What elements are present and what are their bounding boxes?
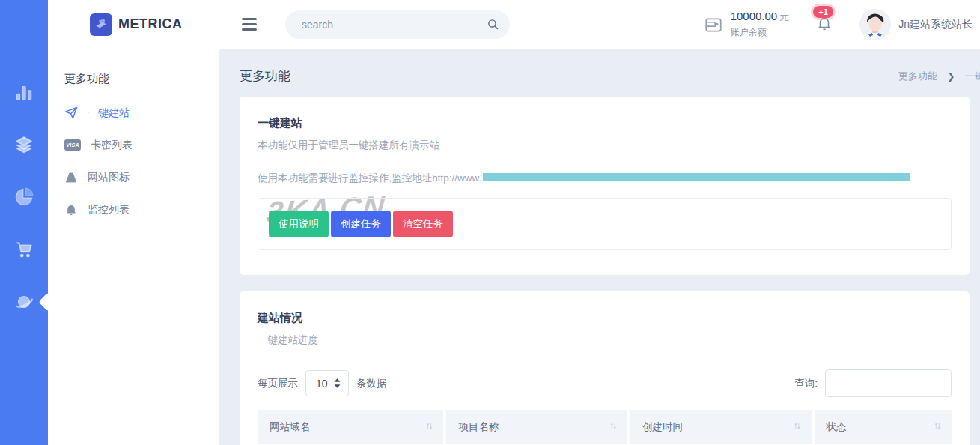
menu-item-site-icon[interactable]: 网站图标 bbox=[64, 161, 219, 193]
balance-amount: 10000.00 bbox=[731, 10, 778, 22]
menu-item-label: 一键建站 bbox=[88, 106, 130, 120]
sort-arrows-icon: ↑↓ bbox=[425, 420, 431, 431]
username: Jn建站系统站长 bbox=[898, 18, 973, 31]
page-size-prefix: 每页展示 bbox=[258, 377, 298, 390]
notification-badge: +1 bbox=[813, 6, 833, 18]
mountain-icon bbox=[64, 171, 78, 184]
secondary-sidebar: 更多功能 一键建站 VISA 卡密列表 网站图标 bbox=[48, 49, 219, 445]
wallet-icon bbox=[704, 15, 723, 34]
query-label: 查询: bbox=[794, 377, 818, 390]
monitor-url-text: 使用本功能需要进行监控操作,监控地址http://www. bbox=[258, 172, 481, 184]
table-header-row: ↑↓ 网站域名 ↑↓ 项目名称 ↑↓ 创建时间 bbox=[258, 410, 952, 444]
sort-arrows-icon: ↑↓ bbox=[794, 420, 800, 431]
card-title: 建站情况 bbox=[258, 311, 952, 325]
column-header-created[interactable]: ↑↓ 创建时间 bbox=[629, 410, 813, 444]
menu-toggle-icon[interactable] bbox=[242, 18, 257, 31]
table-controls: 每页展示 10 条数据 查询: bbox=[258, 369, 952, 397]
onekey-build-card: 一键建站 本功能仅用于管理员一键搭建所有演示站 使用本功能需要进行监控操作,监控… bbox=[240, 97, 970, 275]
breadcrumb-item[interactable]: 更多功能 bbox=[898, 70, 937, 82]
visa-card-icon: VISA bbox=[64, 139, 81, 151]
bell-icon bbox=[64, 203, 78, 217]
card-subtitle: 一键建站进度 bbox=[258, 333, 952, 347]
avatar bbox=[859, 9, 891, 40]
usage-help-button[interactable]: 使用说明 bbox=[269, 211, 329, 237]
planet-icon bbox=[14, 292, 34, 312]
menu-item-card-list[interactable]: VISA 卡密列表 bbox=[64, 129, 219, 161]
send-icon bbox=[64, 106, 78, 120]
notifications-button[interactable]: +1 bbox=[816, 15, 833, 34]
brand-name: METRICA bbox=[118, 16, 183, 32]
sidebar-item-shop[interactable] bbox=[0, 223, 48, 276]
balance-currency: 元 bbox=[779, 11, 789, 22]
main-content: 更多功能 更多功能 ❯ 一键建站 一键建站 本功能仅用于管理员一键搭建所有演示站… bbox=[219, 49, 980, 445]
sidebar-item-dashboard[interactable] bbox=[0, 66, 48, 118]
search-icon[interactable] bbox=[487, 18, 499, 31]
sort-arrows-icon: ↑↓ bbox=[609, 420, 615, 431]
card-subtitle: 本功能仅用于管理员一键搭建所有演示站 bbox=[258, 139, 952, 152]
build-status-table: ↑↓ 网站域名 ↑↓ 项目名称 ↑↓ 创建时间 bbox=[258, 410, 952, 444]
page-size-value: 10 bbox=[316, 378, 328, 390]
app-root: METRICA 10000.00元 账户余额 bbox=[0, 0, 980, 445]
sidebar-item-analytics[interactable] bbox=[0, 171, 48, 223]
brand-logo-icon bbox=[90, 13, 112, 36]
menu-item-label: 网站图标 bbox=[88, 171, 130, 184]
search-bar bbox=[285, 10, 510, 39]
column-header-domain[interactable]: ↑↓ 网站域名 bbox=[258, 410, 445, 444]
pie-chart-icon bbox=[14, 187, 34, 207]
menu-item-label: 监控列表 bbox=[88, 203, 130, 217]
page-head: 更多功能 更多功能 ❯ 一键建站 bbox=[240, 67, 970, 85]
menu-item-onekey-build[interactable]: 一键建站 bbox=[64, 97, 219, 129]
sidebar-item-sites[interactable] bbox=[0, 276, 48, 328]
chevron-right-icon: ❯ bbox=[947, 71, 955, 82]
page-size-select[interactable]: 10 bbox=[305, 370, 349, 396]
brand-logo[interactable]: METRICA bbox=[48, 13, 219, 36]
sort-arrows-icon: ↑↓ bbox=[934, 420, 940, 431]
query-input[interactable] bbox=[825, 369, 952, 397]
body-row: 更多功能 一键建站 VISA 卡密列表 网站图标 bbox=[48, 49, 980, 445]
layers-icon bbox=[14, 135, 34, 154]
cart-icon bbox=[14, 240, 34, 259]
action-button-group: 使用说明 创建任务 清空任务 bbox=[258, 198, 952, 250]
search-input[interactable] bbox=[302, 19, 487, 31]
top-header: METRICA 10000.00元 账户余额 bbox=[48, 0, 980, 49]
account-balance: 10000.00元 账户余额 bbox=[704, 10, 790, 39]
card-title: 一键建站 bbox=[258, 116, 952, 130]
submenu-heading: 更多功能 bbox=[64, 72, 219, 86]
monitor-url-line: 使用本功能需要进行监控操作,监控地址http://www. bbox=[258, 172, 952, 185]
menu-item-monitor-list[interactable]: 监控列表 bbox=[64, 193, 219, 225]
clear-task-button[interactable]: 清空任务 bbox=[393, 211, 453, 237]
page-size-suffix: 条数据 bbox=[356, 377, 387, 390]
right-column: METRICA 10000.00元 账户余额 bbox=[48, 0, 980, 445]
icon-sidebar bbox=[0, 0, 48, 445]
user-menu[interactable]: Jn建站系统站长 bbox=[859, 9, 973, 40]
menu-item-label: 卡密列表 bbox=[91, 139, 133, 152]
sidebar-item-layers[interactable] bbox=[0, 118, 48, 171]
bar-chart-icon bbox=[14, 82, 34, 102]
page-title: 更多功能 bbox=[240, 67, 290, 85]
stepper-arrows-icon bbox=[334, 378, 341, 388]
column-header-project[interactable]: ↑↓ 项目名称 bbox=[445, 410, 629, 444]
redacted-url-highlight bbox=[483, 173, 910, 181]
build-status-card: 建站情况 一键建站进度 每页展示 10 条数据 bbox=[240, 291, 970, 445]
balance-label: 账户余额 bbox=[731, 26, 790, 39]
create-task-button[interactable]: 创建任务 bbox=[331, 211, 391, 237]
column-header-status[interactable]: ↑↓ 状态 bbox=[813, 410, 952, 444]
breadcrumb: 更多功能 ❯ 一键建站 bbox=[898, 70, 980, 83]
breadcrumb-item[interactable]: 一键建站 bbox=[965, 70, 980, 82]
